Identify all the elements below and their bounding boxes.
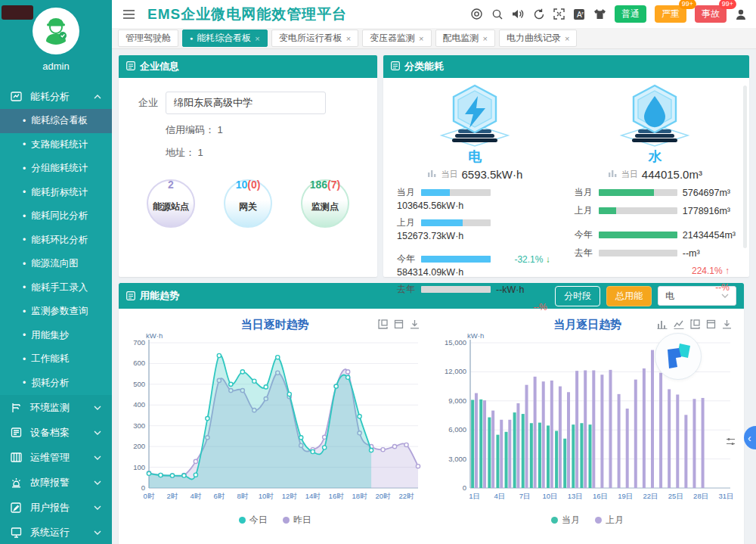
energy-trend-card: 用能趋势 分时段总用能电 当日逐时趋势 01002003004005006007… [119, 283, 744, 544]
sidebar-subitem-label: 工作能耗 [31, 353, 69, 365]
energy-bar [421, 219, 491, 226]
alarm-pill-事故[interactable]: 事故99+ [695, 5, 727, 23]
chevron-down-icon [94, 406, 101, 410]
sidebar-subitem-能耗同比分析[interactable]: •能耗同比分析 [0, 204, 112, 228]
restore-tool-icon[interactable] [378, 319, 388, 329]
stat-circle-能源站点: 2 能源站点 [147, 179, 195, 228]
sidebar-item-设备档案[interactable]: 设备档案 [0, 420, 112, 445]
delta-line: 224.1% ↑ [575, 266, 736, 276]
alarm-icon [11, 477, 23, 489]
energy-value: 152673.73kW·h [397, 231, 553, 241]
sidebar-subitem-能耗综合看板[interactable]: •能耗综合看板 [0, 109, 112, 133]
tab-电力曲线记录[interactable]: 电力曲线记录× [499, 30, 577, 47]
legend-item-上月[interactable]: 上月 [595, 514, 624, 527]
close-icon[interactable]: × [419, 34, 423, 43]
search-icon[interactable] [491, 8, 503, 20]
scrollbar-thumb[interactable] [743, 85, 747, 248]
line-tool-icon[interactable] [674, 319, 684, 329]
download-tool-icon[interactable] [722, 319, 732, 329]
legend-item-今日[interactable]: 今日 [239, 514, 268, 527]
chevron-down-icon [94, 455, 101, 460]
svg-text:6时: 6时 [213, 492, 225, 500]
tab-管理驾驶舱[interactable]: 管理驾驶舱 [118, 30, 178, 47]
tab-配电监测[interactable]: 配电监测× [435, 30, 495, 47]
energy-value: --kW·h [496, 284, 525, 295]
close-icon[interactable]: × [565, 34, 569, 43]
shield-water-icon [575, 84, 736, 148]
energy-bar-row-上月: 上月 1778916m³ [575, 204, 736, 217]
close-icon[interactable]: × [255, 34, 259, 43]
sidebar-subitem-损耗分析[interactable]: •损耗分析 [0, 371, 112, 396]
sidebar-item-能耗分析[interactable]: 能耗分析 [0, 84, 112, 109]
user-icon[interactable] [735, 8, 747, 20]
close-icon[interactable]: × [346, 34, 351, 43]
sidebar-subitem-label: 用能集抄 [31, 329, 69, 342]
refresh-icon[interactable] [533, 8, 545, 20]
chevron-down-icon [94, 505, 101, 510]
sidebar-subitem-能耗环比分析[interactable]: •能耗环比分析 [0, 228, 112, 253]
company-label: 企业 [132, 96, 158, 110]
energy-bar-row-当月: 当月 5764697m³ [575, 186, 736, 199]
sidebar-subitem-监测参数查询[interactable]: •监测参数查询 [0, 300, 112, 324]
report-icon [11, 502, 23, 514]
sidebar-subitem-用能集抄[interactable]: •用能集抄 [0, 324, 112, 348]
sidebar-item-label: 环境监测 [30, 401, 70, 415]
tab-label: 变压器监测 [370, 32, 415, 45]
svg-text:0时: 0时 [143, 492, 154, 500]
energy-bar [421, 286, 491, 293]
frame-tool-icon[interactable] [394, 319, 404, 329]
sidebar-item-用户报告[interactable]: 用户报告 [0, 495, 112, 520]
bullet: • [23, 282, 26, 293]
menu-collapse-icon[interactable] [122, 9, 135, 20]
translate-icon[interactable]: Az [573, 8, 585, 20]
tab-变压器监测[interactable]: 变压器监测× [362, 30, 431, 47]
sidebar-subitem-分组能耗统计[interactable]: •分组能耗统计 [0, 157, 112, 181]
svg-text:200: 200 [133, 442, 145, 450]
sidebar-subitem-能耗手工录入[interactable]: •能耗手工录入 [0, 276, 112, 300]
alarm-pill-严重[interactable]: 严重99+ [655, 5, 686, 23]
stat-label: 监测点 [302, 201, 348, 213]
bar-tool-icon[interactable] [657, 319, 668, 329]
restore-tool-icon[interactable] [690, 319, 700, 329]
frame-tool-icon[interactable] [706, 319, 716, 329]
main-area: EMS企业微电网能效管理平台 Az普通严重99+事故99+ 管理驾驶舱●能耗综合… [112, 0, 756, 544]
target-icon[interactable] [470, 8, 483, 20]
chevron-down-icon [94, 431, 101, 435]
tab-能耗综合看板[interactable]: ●能耗综合看板× [182, 30, 268, 47]
sidebar-subitem-工作能耗[interactable]: •工作能耗 [0, 347, 112, 371]
adjust-icon[interactable] [726, 437, 736, 446]
legend-item-当月[interactable]: 当月 [551, 514, 580, 527]
energy-bar [599, 189, 677, 196]
bullet: • [23, 211, 26, 222]
sidebar-item-系统运行[interactable]: 系统运行 [0, 520, 112, 544]
volume-icon[interactable] [512, 8, 525, 20]
theme-icon[interactable] [593, 8, 606, 20]
period-label: 上月 [575, 204, 593, 217]
energy-value: 103645.56kW·h [397, 201, 553, 211]
tab-变电所运行看板[interactable]: 变电所运行看板× [271, 30, 358, 47]
sidebar-subitem-能耗折标统计[interactable]: •能耗折标统计 [0, 181, 112, 205]
device-icon [11, 427, 23, 439]
sidebar-subitem-label: 能耗手工录入 [31, 281, 88, 294]
sidebar-item-运维管理[interactable]: 运维管理 [0, 445, 112, 470]
energy-bar-row-当月: 当月 [397, 186, 553, 199]
active-dot: ● [190, 36, 193, 41]
chevron-down-icon [94, 530, 101, 535]
sidebar-item-故障报警[interactable]: 故障报警 [0, 470, 112, 495]
svg-text:16日: 16日 [593, 492, 608, 500]
sidebar-item-环境监测[interactable]: 环境监测 [0, 395, 112, 420]
sidebar-subitem-能源流向图[interactable]: •能源流向图 [0, 252, 112, 276]
company-input[interactable]: 绵阳东辰高级中学 [166, 92, 326, 114]
stat-value: 10(0) [225, 179, 271, 191]
sidebar-menu: 能耗分析 •能耗综合看板•支路能耗统计•分组能耗统计•能耗折标统计•能耗同比分析… [0, 84, 112, 544]
mini-chart-icon [608, 167, 618, 181]
legend-item-昨日[interactable]: 昨日 [283, 514, 311, 527]
fullscreen-icon[interactable] [553, 8, 565, 20]
avatar[interactable] [33, 8, 79, 54]
svg-text:4时: 4时 [190, 492, 201, 500]
download-tool-icon[interactable] [410, 319, 420, 329]
worker-icon [39, 14, 73, 48]
sidebar-subitem-支路能耗统计[interactable]: •支路能耗统计 [0, 133, 112, 157]
close-icon[interactable]: × [483, 34, 488, 43]
alarm-pill-普通[interactable]: 普通 [615, 5, 646, 23]
